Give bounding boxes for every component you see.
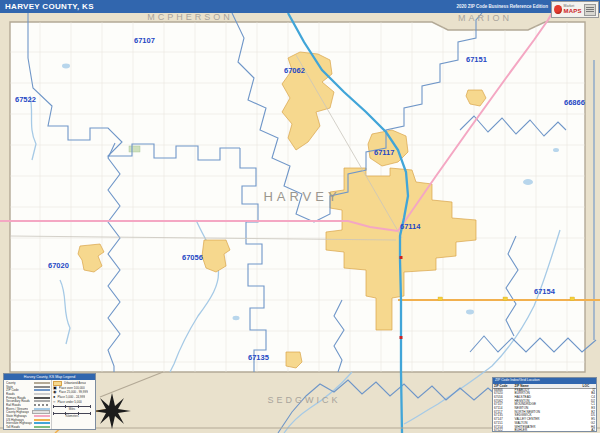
zip-table-row: 67522BUHLERA2 bbox=[493, 429, 596, 432]
zip-label-67062: 67062 bbox=[284, 66, 305, 75]
legend-swatch-rail bbox=[34, 404, 50, 406]
legend-swatch-interstate bbox=[34, 422, 50, 424]
zip-label-67114: 67114 bbox=[400, 222, 421, 231]
header-bar: HARVEY COUNTY, KS 2020 ZIP Code Business… bbox=[0, 0, 600, 13]
zip-label-67020: 67020 bbox=[48, 261, 69, 270]
county-label-sedgwick: SEDGWICK bbox=[267, 395, 340, 405]
zip-index-table: ZIP Code Index/Grid Location ZIP CodeZIP… bbox=[492, 377, 597, 432]
legend-swatch-statehwy bbox=[34, 415, 50, 417]
logo-side-panel bbox=[584, 4, 596, 16]
logo-text: MAPS bbox=[564, 8, 582, 14]
county-label-mcpherson: MCPHERSON bbox=[147, 12, 233, 22]
legend-item: Toll Roads bbox=[6, 425, 50, 429]
zip-label-66866: 66866 bbox=[564, 98, 585, 107]
legend-swatch-countyhwy bbox=[32, 410, 50, 414]
zip-label-67154: 67154 bbox=[534, 287, 556, 296]
scale-bar-miles: Miles bbox=[53, 406, 93, 411]
legend-swatch-county bbox=[34, 382, 50, 384]
county-label-harvey: HARVEY bbox=[263, 189, 340, 204]
legend-swatch-river bbox=[34, 408, 50, 410]
county-map: 6710767062675226715166866671176711467020… bbox=[0, 0, 600, 433]
zip-label-67151: 67151 bbox=[466, 55, 487, 64]
zip-label-67107: 67107 bbox=[134, 36, 155, 45]
zip-label-67117: 67117 bbox=[374, 148, 394, 157]
zip-label-67135: 67135 bbox=[248, 353, 269, 362]
map-sheet: HARVEY COUNTY, KS 2020 ZIP Code Business… bbox=[0, 0, 600, 433]
legend-place-item: ○Place under 5,000 bbox=[53, 399, 93, 404]
county-label-marion: MARION bbox=[458, 13, 512, 23]
scale-bar-kilometers: Kilometers bbox=[53, 413, 93, 418]
legend-line-items: CountyStateZIP CodeRoadsPrimary RoadsSec… bbox=[4, 380, 51, 429]
legend-place-item: ◉Place 25,000 - 99,999 bbox=[53, 390, 93, 395]
place-symbol-icon: ○ bbox=[53, 400, 55, 404]
legend-swatch-secondary bbox=[34, 400, 50, 402]
legend-swatch-zip bbox=[34, 389, 50, 391]
legend-swatch-state bbox=[34, 386, 50, 388]
zip-label-67522: 67522 bbox=[15, 95, 36, 104]
legend-swatch-toll bbox=[34, 426, 50, 428]
page-title: HARVEY COUNTY, KS bbox=[0, 2, 94, 11]
legend-swatch-ushwy bbox=[34, 419, 50, 421]
zip-label-67056: 67056 bbox=[182, 253, 203, 262]
legend-place-items: Urbanized Areas▣Place over 100,000◉Place… bbox=[51, 380, 95, 429]
legend-swatch-road bbox=[34, 393, 50, 395]
map-legend: Harvey County, KS Map Legend CountyState… bbox=[3, 373, 96, 430]
logo-mark-icon bbox=[554, 5, 562, 14]
legend-swatch-primary bbox=[34, 397, 50, 399]
publisher-logo: Market MAPS bbox=[551, 1, 599, 18]
